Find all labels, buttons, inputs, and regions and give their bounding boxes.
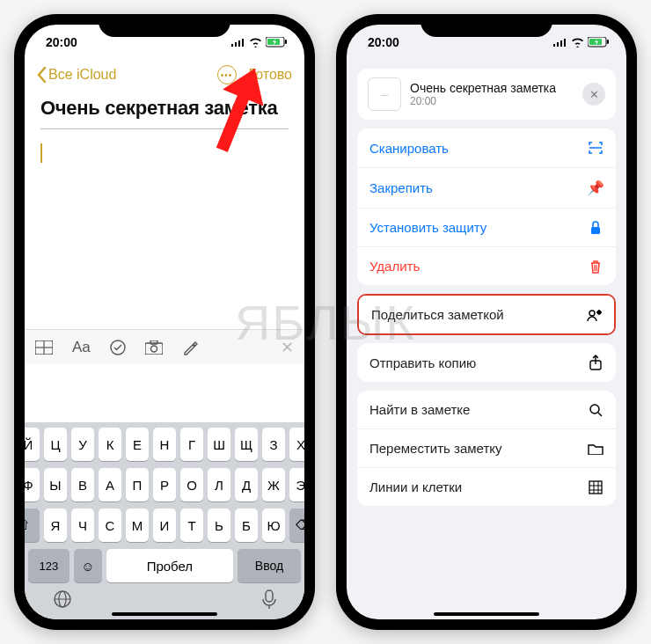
letter-key[interactable]: Ь	[208, 509, 230, 542]
backspace-key[interactable]: ⌫	[289, 509, 304, 542]
text-cursor	[40, 143, 42, 163]
letter-key[interactable]: К	[99, 428, 121, 461]
svg-rect-37	[589, 481, 602, 494]
home-indicator[interactable]	[434, 612, 539, 616]
letter-key[interactable]: И	[153, 509, 176, 542]
enter-key[interactable]: Ввод	[238, 549, 301, 582]
letter-key[interactable]: Е	[126, 428, 149, 461]
svg-rect-14	[150, 340, 157, 344]
letter-key[interactable]: Ю	[262, 509, 285, 542]
lock-row[interactable]: Установить защиту	[357, 209, 616, 247]
action-group-2b: Отправить копию	[357, 343, 616, 382]
back-label: Все iCloud	[48, 67, 116, 83]
letter-key[interactable]: М	[126, 509, 149, 542]
scan-row[interactable]: Сканировать	[357, 128, 616, 168]
delete-row[interactable]: Удалить	[357, 247, 616, 285]
emoji-key[interactable]: ☺	[74, 549, 102, 582]
phone-frame-right: 20:00 — Очень секретная заметка 20:00 ✕ …	[336, 14, 637, 630]
globe-icon[interactable]	[53, 589, 72, 609]
svg-rect-0	[231, 44, 233, 47]
keyboard-toolbar: Aa ✕	[25, 329, 304, 364]
highlight-box: Поделиться заметкой	[357, 294, 616, 335]
keyboard: ЙЦУКЕНГШЩЗХ ФЫВАПРОЛДЖЭ ⇧ЯЧСМИТЬБЮ⌫ 123 …	[25, 422, 304, 619]
scan-label: Сканировать	[369, 141, 449, 156]
svg-rect-24	[607, 40, 609, 44]
find-label: Найти в заметке	[369, 402, 470, 417]
letter-key[interactable]: Х	[289, 428, 304, 461]
send-copy-row[interactable]: Отправить копию	[357, 343, 616, 382]
shift-key[interactable]: ⇧	[25, 509, 40, 542]
sheet-header: — Очень секретная заметка 20:00 ✕	[357, 69, 616, 120]
lines-label: Линии и клетки	[369, 479, 462, 494]
svg-rect-2	[238, 40, 240, 47]
format-button[interactable]: Aa	[72, 339, 91, 356]
share-note-label: Поделиться заметкой	[371, 307, 504, 322]
letter-key[interactable]: Л	[208, 468, 230, 501]
letter-key[interactable]: О	[180, 468, 203, 501]
letter-key[interactable]: Б	[235, 509, 258, 542]
letter-key[interactable]: Т	[180, 509, 203, 542]
status-time: 20:00	[46, 35, 77, 49]
letter-key[interactable]: Щ	[235, 428, 258, 461]
letter-key[interactable]: З	[262, 428, 285, 461]
letter-key[interactable]: П	[126, 468, 149, 501]
move-label: Переместить заметку	[369, 441, 502, 456]
chevron-left-icon	[37, 67, 47, 83]
checklist-icon[interactable]	[110, 340, 126, 355]
letter-key[interactable]: А	[99, 468, 121, 501]
pin-row[interactable]: Закрепить 📌	[357, 168, 616, 209]
letter-key[interactable]: Ц	[44, 428, 67, 461]
letter-key[interactable]: С	[99, 509, 121, 542]
svg-point-35	[590, 405, 599, 413]
svg-rect-20	[557, 42, 559, 47]
search-icon	[588, 403, 603, 417]
letter-key[interactable]: Р	[153, 468, 176, 501]
mic-icon[interactable]	[262, 589, 276, 609]
svg-rect-22	[564, 39, 566, 47]
screenshot-pair: 20:00 Все iCloud ••• Готово Очень	[0, 0, 651, 644]
letter-key[interactable]: Э	[289, 468, 304, 501]
svg-line-36	[598, 413, 602, 416]
move-row[interactable]: Переместить заметку	[357, 429, 616, 468]
markup-icon[interactable]	[182, 340, 198, 355]
share-note-row[interactable]: Поделиться заметкой	[359, 296, 614, 333]
status-time: 20:00	[368, 35, 399, 49]
lock-icon	[588, 221, 603, 235]
svg-rect-21	[560, 40, 562, 47]
table-icon[interactable]	[35, 340, 53, 355]
lock-label: Установить защиту	[369, 220, 486, 235]
numeric-key[interactable]: 123	[28, 549, 69, 582]
letter-key[interactable]: Я	[44, 509, 67, 542]
svg-rect-5	[285, 40, 287, 44]
letter-key[interactable]: Ы	[44, 468, 67, 501]
share-icon	[588, 355, 603, 370]
letter-key[interactable]: В	[71, 468, 94, 501]
letter-key[interactable]: У	[71, 428, 94, 461]
letter-key[interactable]: Ж	[262, 468, 285, 501]
folder-icon	[588, 443, 603, 455]
camera-icon[interactable]	[145, 340, 163, 355]
sheet-subtitle: 20:00	[410, 95, 556, 107]
letter-key[interactable]: Н	[153, 428, 176, 461]
pin-label: Закрепить	[369, 180, 433, 195]
status-icons	[231, 37, 287, 48]
close-toolbar-icon[interactable]: ✕	[281, 338, 294, 357]
space-key[interactable]: Пробел	[106, 549, 233, 582]
close-button[interactable]: ✕	[582, 83, 605, 106]
letter-key[interactable]: Ф	[25, 468, 40, 501]
find-row[interactable]: Найти в заметке	[357, 391, 616, 429]
home-indicator[interactable]	[112, 612, 217, 616]
lines-row[interactable]: Линии и клетки	[357, 468, 616, 506]
back-button[interactable]: Все iCloud	[37, 67, 116, 83]
svg-rect-12	[145, 343, 163, 355]
letter-key[interactable]: Й	[25, 428, 40, 461]
notch	[421, 14, 552, 37]
letter-key[interactable]: Г	[180, 428, 203, 461]
note-thumbnail: —	[368, 77, 401, 111]
action-group-1: Сканировать Закрепить 📌 Установить защит…	[357, 128, 616, 285]
letter-key[interactable]: Ш	[208, 428, 230, 461]
letter-key[interactable]: Ч	[71, 509, 94, 542]
letter-key[interactable]: Д	[235, 468, 258, 501]
wifi-icon	[571, 38, 584, 48]
svg-marker-7	[208, 65, 269, 153]
